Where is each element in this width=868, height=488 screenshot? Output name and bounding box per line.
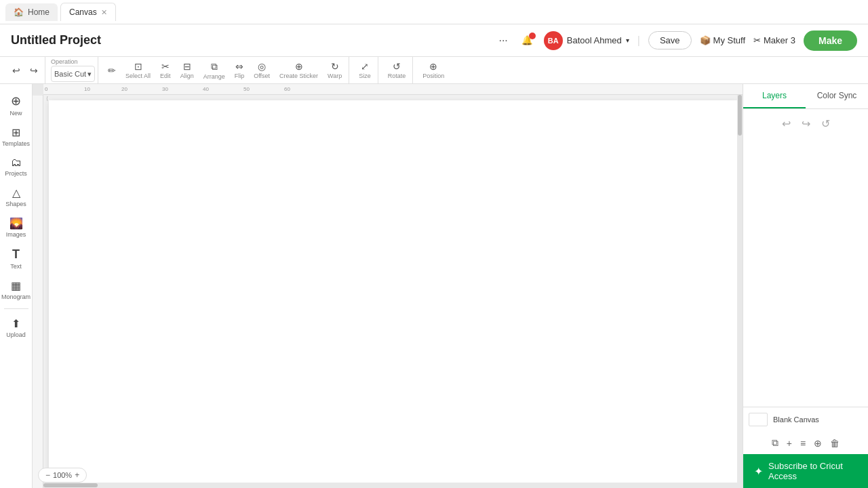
blank-canvas-label: Blank Canvas — [773, 415, 819, 424]
scrollbar-vertical[interactable] — [737, 95, 743, 483]
panel-delete-button[interactable]: 🗑 — [830, 437, 840, 449]
ruler-mark-40: 40 — [203, 86, 209, 92]
panel-tabs: Layers Color Sync — [743, 84, 868, 109]
sidebar-item-shapes[interactable]: △ Shapes — [1, 182, 31, 211]
ruler-mark-50: 50 — [243, 86, 250, 92]
toolbar-operation-group: Operation Basic Cut ▾ — [48, 57, 98, 83]
monogram-icon: ▦ — [11, 279, 21, 292]
toolbar-tools-group: ✏ ⊡ Select All ✂ Edit ⊟ Align ⧉ Arrange … — [101, 57, 349, 83]
canvas-area[interactable]: 0 10 20 30 40 50 60 − 100% + — [33, 84, 743, 488]
user-name: Batool Ahmed — [567, 35, 622, 45]
monogram-label: Monogram — [1, 293, 31, 300]
canvas-white[interactable] — [49, 100, 737, 483]
arrange-label: Arrange — [203, 73, 225, 80]
edit-label: Edit — [160, 73, 171, 79]
operation-label: Operation — [51, 58, 95, 65]
my-stuff-label: My Stuff — [713, 35, 745, 45]
blank-canvas-thumbnail — [749, 413, 768, 426]
panel-reset-button[interactable]: ↺ — [818, 115, 833, 133]
canvas-tab-close-icon[interactable]: ✕ — [101, 8, 107, 17]
rotate-icon: ↺ — [393, 61, 401, 72]
header-left: Untitled Project — [11, 33, 101, 47]
redo-button[interactable]: ↪ — [26, 62, 42, 79]
scrollbar-thumb-vertical[interactable] — [738, 95, 742, 136]
canvas-corner-indicator: ⟨ — [43, 95, 50, 102]
sidebar-item-monogram[interactable]: ▦ Monogram — [1, 275, 31, 304]
color-sync-tab-label: Color Sync — [817, 91, 857, 100]
tab-color-sync[interactable]: Color Sync — [806, 84, 868, 108]
panel-group-button[interactable]: ⊕ — [814, 437, 822, 449]
more-button[interactable]: ··· — [496, 32, 510, 49]
panel-actions: ⧉ + ≡ ⊕ 🗑 — [743, 432, 868, 454]
warp-button[interactable]: ↻ Warp — [323, 58, 346, 82]
sidebar-item-templates[interactable]: ⊞ Templates — [1, 122, 31, 151]
canvas-tab-label: Canvas — [69, 7, 97, 17]
pencil-icon: ✏ — [108, 65, 116, 76]
panel-content — [743, 138, 868, 407]
panel-align-button[interactable]: ≡ — [800, 437, 806, 449]
align-button[interactable]: ⊟ Align — [176, 58, 198, 82]
projects-icon: 🗂 — [11, 157, 22, 169]
sidebar-item-projects[interactable]: 🗂 Projects — [1, 152, 31, 181]
arrange-button[interactable]: ⧉ Arrange — [199, 58, 229, 83]
shapes-label: Shapes — [5, 201, 26, 207]
panel-copy-button[interactable]: ⧉ — [772, 437, 778, 449]
canvas-content[interactable] — [43, 95, 743, 488]
pencil-tool-button[interactable]: ✏ — [104, 62, 120, 79]
make-button[interactable]: Make — [804, 30, 857, 51]
zoom-in-button[interactable]: + — [75, 470, 79, 480]
scrollbar-horizontal[interactable] — [43, 483, 743, 488]
tab-home[interactable]: 🏠 Home — [5, 3, 58, 21]
panel-add-button[interactable]: + — [787, 437, 792, 449]
select-all-button[interactable]: ⊡ Select All — [121, 58, 155, 82]
images-icon: 🌄 — [9, 217, 23, 230]
ruler-top: 0 10 20 30 40 50 60 — [43, 84, 743, 95]
shapes-icon: △ — [12, 186, 20, 199]
blank-canvas-row[interactable]: Blank Canvas — [749, 413, 863, 426]
panel-undo-button[interactable]: ↩ — [779, 115, 793, 133]
operation-chevron-icon: ▾ — [87, 70, 92, 79]
upload-label: Upload — [6, 331, 26, 338]
tab-canvas[interactable]: Canvas ✕ — [60, 3, 116, 21]
tab-layers[interactable]: Layers — [743, 84, 806, 108]
zoom-out-button[interactable]: − — [45, 470, 50, 480]
notifications-button[interactable]: 🔔 — [519, 33, 536, 48]
sidebar-item-images[interactable]: 🌄 Images — [1, 213, 31, 242]
warp-icon: ↻ — [331, 61, 339, 72]
maker-button[interactable]: ✂ Maker 3 — [753, 35, 795, 45]
sidebar-item-new[interactable]: ⊕ New — [1, 89, 31, 121]
sidebar-item-text[interactable]: T Text — [1, 243, 31, 274]
ruler-left-svg — [33, 95, 43, 488]
main-layout: ⊕ New ⊞ Templates 🗂 Projects △ Shapes 🌄 … — [0, 84, 868, 488]
project-title: Untitled Project — [11, 33, 101, 47]
size-button[interactable]: ⤢ Size — [355, 58, 375, 82]
user-avatar: BA — [544, 31, 563, 50]
zoom-level: 100% — [53, 471, 72, 479]
divider-1: | — [637, 35, 640, 47]
sticker-label: Create Sticker — [279, 73, 318, 79]
my-stuff-button[interactable]: 📦 My Stuff — [700, 35, 745, 45]
new-label: New — [9, 110, 22, 117]
offset-label: Offset — [254, 73, 270, 79]
create-sticker-button[interactable]: ⊕ Create Sticker — [275, 58, 322, 82]
flip-button[interactable]: ⇔ Flip — [231, 58, 249, 82]
rotate-button[interactable]: ↺ Rotate — [384, 58, 410, 82]
operation-select[interactable]: Basic Cut ▾ — [51, 66, 95, 82]
offset-button[interactable]: ◎ Offset — [250, 58, 274, 82]
undo-button[interactable]: ↩ — [8, 62, 24, 79]
home-tab-label: Home — [28, 7, 50, 17]
position-button[interactable]: ⊕ Position — [418, 58, 448, 82]
user-menu[interactable]: BA Batool Ahmed ▾ — [544, 31, 629, 50]
sidebar-item-upload[interactable]: ⬆ Upload — [1, 313, 31, 342]
flip-icon: ⇔ — [235, 61, 243, 72]
scrollbar-thumb-horizontal[interactable] — [43, 483, 98, 487]
panel-undo-redo: ↩ ↪ ↺ — [743, 109, 868, 138]
projects-label: Projects — [5, 170, 27, 177]
size-label: Size — [359, 73, 371, 79]
save-button[interactable]: Save — [648, 31, 692, 49]
edit-button[interactable]: ✂ Edit — [156, 58, 175, 82]
panel-bottom: Blank Canvas — [743, 407, 868, 432]
templates-icon: ⊞ — [12, 126, 20, 139]
subscribe-banner[interactable]: ✦ Subscribe to Cricut Access — [743, 454, 868, 488]
panel-redo-button[interactable]: ↪ — [799, 115, 813, 133]
